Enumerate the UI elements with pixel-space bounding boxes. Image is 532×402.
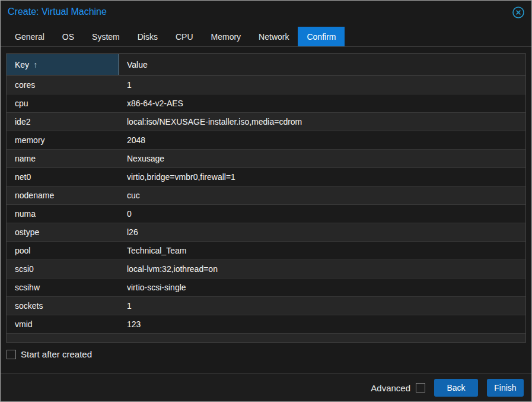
tab-confirm[interactable]: Confirm xyxy=(298,27,345,46)
advanced-label: Advanced xyxy=(371,383,410,393)
tab-label: System xyxy=(92,32,120,42)
row-key-cell: nodename xyxy=(7,186,119,204)
close-icon[interactable] xyxy=(512,6,525,19)
row-value-cell: 1 xyxy=(119,75,525,94)
table-row[interactable]: vmid 123 xyxy=(7,315,525,333)
column-header-key-label: Key xyxy=(15,60,29,69)
column-header-key[interactable]: Key ↑ xyxy=(7,54,119,75)
dialog-title: Create: Virtual Machine xyxy=(8,7,107,17)
table-row[interactable]: cores 1 xyxy=(7,75,525,94)
table-row[interactable]: name Nexusage xyxy=(7,149,525,167)
table-row[interactable]: pool Technical_Team xyxy=(7,241,525,259)
row-value-cell: cuc xyxy=(119,186,525,204)
dialog-titlebar: Create: Virtual Machine xyxy=(1,1,531,24)
table-row[interactable]: ide2 local:iso/NEXUSAGE-installer.iso,me… xyxy=(7,112,525,131)
row-value-cell: 0 xyxy=(119,205,525,223)
table-filler-strip xyxy=(7,333,525,342)
column-header-value-label: Value xyxy=(127,60,148,69)
table-row[interactable]: scsihw virtio-scsi-single xyxy=(7,278,525,296)
row-key-cell: pool xyxy=(7,242,119,259)
table-row[interactable]: scsi0 local-lvm:32,iothread=on xyxy=(7,259,525,278)
confirm-summary-table: Key ↑ Value cores 1 cpu x86-64-v2-AES id… xyxy=(6,53,526,343)
tab-system[interactable]: System xyxy=(83,27,129,46)
tab-label: CPU xyxy=(176,32,193,42)
tab-os[interactable]: OS xyxy=(53,27,83,46)
row-key-cell: net0 xyxy=(7,168,119,186)
tab-label: Network xyxy=(259,32,289,42)
row-key-cell: cpu xyxy=(7,94,119,112)
row-key-cell: scsi0 xyxy=(7,260,119,278)
row-key-cell: sockets xyxy=(7,297,119,315)
table-row[interactable]: sockets 1 xyxy=(7,296,525,315)
table-header-row: Key ↑ Value xyxy=(7,54,525,75)
row-value-cell: Technical_Team xyxy=(119,242,525,259)
row-value-cell: 1 xyxy=(119,297,525,315)
row-value-cell: x86-64-v2-AES xyxy=(119,94,525,112)
start-after-created-checkbox[interactable] xyxy=(7,350,16,359)
row-key-cell: scsihw xyxy=(7,278,119,296)
create-vm-dialog: Create: Virtual Machine General OS Syste… xyxy=(0,0,532,402)
tab-label: Disks xyxy=(138,32,158,42)
row-value-cell: 123 xyxy=(119,315,525,333)
advanced-checkbox[interactable] xyxy=(416,383,425,392)
wizard-tabbar: General OS System Disks CPU Memory Netwo… xyxy=(1,27,531,47)
row-key-cell: ostype xyxy=(7,223,119,241)
back-button[interactable]: Back xyxy=(434,379,478,397)
row-value-cell: virtio-scsi-single xyxy=(119,278,525,296)
tab-cpu[interactable]: CPU xyxy=(167,27,202,46)
sort-ascending-icon: ↑ xyxy=(33,60,37,69)
row-key-cell: numa xyxy=(7,205,119,223)
table-row[interactable]: numa 0 xyxy=(7,204,525,223)
table-row[interactable]: net0 virtio,bridge=vmbr0,firewall=1 xyxy=(7,167,525,186)
column-header-value[interactable]: Value xyxy=(119,54,525,75)
tab-label: General xyxy=(15,32,44,42)
start-after-created-option: Start after created xyxy=(7,349,524,359)
tab-network[interactable]: Network xyxy=(250,27,298,46)
row-key-cell: memory xyxy=(7,131,119,149)
tab-general[interactable]: General xyxy=(6,27,53,46)
tab-label: Confirm xyxy=(307,32,336,42)
row-key-cell: ide2 xyxy=(7,113,119,131)
finish-button[interactable]: Finish xyxy=(487,379,524,397)
tab-memory[interactable]: Memory xyxy=(202,27,250,46)
table-row[interactable]: ostype l26 xyxy=(7,223,525,241)
row-value-cell: l26 xyxy=(119,223,525,241)
table-row[interactable]: cpu x86-64-v2-AES xyxy=(7,94,525,112)
row-value-cell: 2048 xyxy=(119,131,525,149)
row-key-cell: cores xyxy=(7,75,119,94)
table-body: cores 1 cpu x86-64-v2-AES ide2 local:iso… xyxy=(7,75,525,333)
tab-label: OS xyxy=(62,32,74,42)
advanced-option: Advanced xyxy=(371,383,425,393)
start-after-created-label: Start after created xyxy=(21,349,92,359)
table-row[interactable]: nodename cuc xyxy=(7,186,525,204)
row-key-cell: name xyxy=(7,150,119,167)
table-row[interactable]: memory 2048 xyxy=(7,131,525,149)
row-value-cell: local:iso/NEXUSAGE-installer.iso,media=c… xyxy=(119,113,525,131)
row-value-cell: local-lvm:32,iothread=on xyxy=(119,260,525,278)
row-value-cell: virtio,bridge=vmbr0,firewall=1 xyxy=(119,168,525,186)
row-value-cell: Nexusage xyxy=(119,150,525,167)
tab-label: Memory xyxy=(211,32,241,42)
dialog-footer: Advanced Back Finish xyxy=(1,373,531,401)
row-key-cell: vmid xyxy=(7,315,119,333)
tab-disks[interactable]: Disks xyxy=(129,27,167,46)
